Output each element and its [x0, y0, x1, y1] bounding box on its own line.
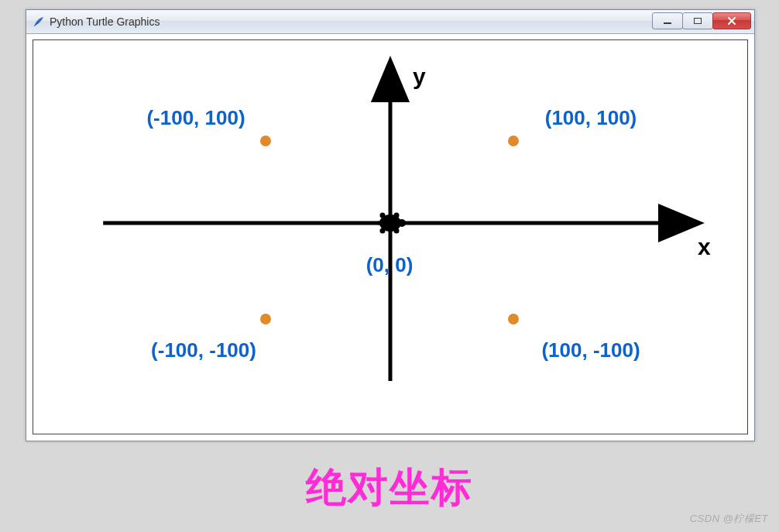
- svg-point-4: [394, 213, 400, 218]
- origin-label: (0, 0): [366, 253, 414, 277]
- point-label-bottom-right: (100, -100): [541, 338, 640, 362]
- close-button[interactable]: [712, 12, 751, 29]
- watermark-text: CSDN @柠檬ET: [690, 512, 768, 526]
- point-dot-top-right: [508, 136, 519, 146]
- canvas-border: y x (0, 0) (-100, 100) (100, 100) (-100,…: [33, 39, 748, 434]
- point-dot-top-left: [260, 136, 271, 146]
- window-controls: [653, 12, 751, 29]
- svg-point-2: [379, 213, 385, 218]
- svg-point-3: [379, 228, 385, 234]
- python-feather-icon: [33, 15, 45, 28]
- x-axis-label: x: [698, 234, 711, 260]
- app-window: Python Turtle Graphics: [26, 9, 755, 441]
- svg-point-6: [376, 221, 380, 225]
- y-axis-label: y: [413, 63, 426, 90]
- point-dot-bottom-right: [508, 314, 519, 324]
- svg-point-1: [398, 219, 406, 227]
- point-label-top-left: (-100, 100): [146, 106, 245, 130]
- minimize-button[interactable]: [652, 12, 683, 29]
- titlebar[interactable]: Python Turtle Graphics: [26, 10, 754, 34]
- point-label-bottom-left: (-100, -100): [151, 338, 256, 362]
- diagram-caption: 绝对坐标: [0, 461, 779, 515]
- window-title: Python Turtle Graphics: [50, 15, 160, 28]
- svg-point-5: [394, 228, 400, 234]
- point-dot-bottom-left: [260, 314, 271, 324]
- turtle-icon: [376, 213, 406, 234]
- maximize-button[interactable]: [682, 12, 713, 29]
- axes-svg: [33, 40, 747, 434]
- point-label-top-right: (100, 100): [545, 106, 637, 130]
- turtle-canvas: y x (0, 0) (-100, 100) (100, 100) (-100,…: [33, 40, 747, 434]
